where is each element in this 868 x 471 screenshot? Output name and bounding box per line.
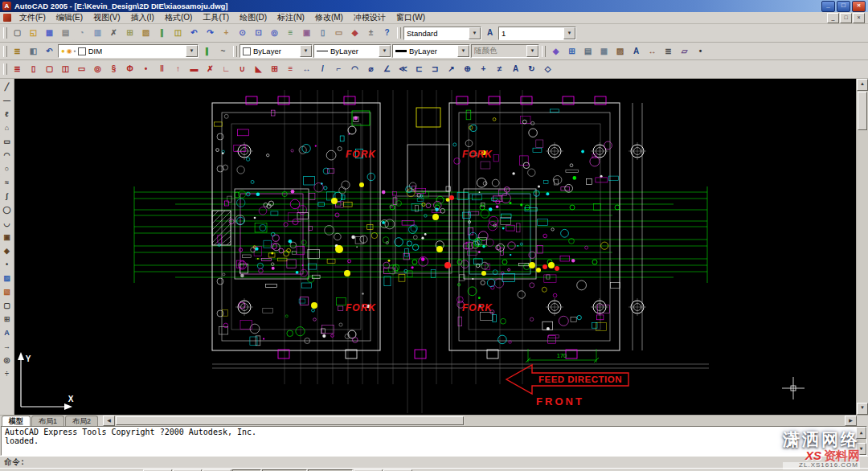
point-icon[interactable]: • <box>0 258 14 271</box>
quick-calc-icon[interactable]: ± <box>363 27 379 40</box>
doc-close-button[interactable]: × <box>853 13 865 23</box>
center-mark-icon[interactable]: + <box>476 63 491 76</box>
doc-restore-button[interactable]: □ <box>840 13 852 23</box>
region-icon[interactable]: ▢ <box>0 299 14 312</box>
window-menu[interactable]: 窗口(W) <box>391 12 430 23</box>
line-icon[interactable]: ╱ <box>0 80 14 93</box>
horizontal-scroll-thumb[interactable] <box>116 416 464 425</box>
redo-icon[interactable]: ↷ <box>203 27 218 40</box>
divide-icon[interactable]: ÷ <box>0 367 14 380</box>
list-icon[interactable]: ≣ <box>661 44 676 58</box>
chevron-down-icon[interactable]: ▼ <box>469 27 481 39</box>
mold-spring-icon[interactable]: § <box>106 63 121 76</box>
baseline-dimension-icon[interactable]: ⊏ <box>411 63 427 76</box>
chevron-down-icon[interactable]: ▼ <box>457 45 469 57</box>
aligned-dimension-icon[interactable]: / <box>315 63 330 76</box>
model-tab[interactable]: 模型 <box>2 416 31 427</box>
scroll-left-icon[interactable]: ◀ <box>103 416 115 426</box>
ordinate-dimension-icon[interactable]: ⌐ <box>331 63 346 76</box>
view-menu[interactable]: 视图(V) <box>88 12 125 23</box>
drawing-viewport[interactable]: 170FORKFORKFORKFORKFEED DIRECTIONFRONTYX <box>14 79 856 415</box>
copy-icon[interactable]: ⊞ <box>122 27 137 40</box>
linear-dimension-icon[interactable]: ↔ <box>299 63 314 76</box>
properties-icon[interactable]: ≡ <box>283 27 298 40</box>
mold-lifter-icon[interactable]: ↑ <box>170 63 186 76</box>
horizontal-scrollbar[interactable]: ◀ ▶ <box>103 416 857 426</box>
hatch-icon[interactable]: ▨ <box>0 272 14 285</box>
gradient-icon[interactable]: ▧ <box>0 285 14 298</box>
layer-states-icon[interactable]: ◧ <box>26 44 41 58</box>
polygon-icon[interactable]: ⌂ <box>0 121 14 134</box>
dimension-edit-icon[interactable]: ≠ <box>492 63 507 76</box>
insert-menu[interactable]: 插入(I) <box>125 12 158 23</box>
chevron-down-icon[interactable]: ▼ <box>186 45 198 57</box>
design-center-icon[interactable]: ▣ <box>299 27 314 40</box>
mold-bom-icon[interactable]: ≡ <box>283 63 298 76</box>
scroll-up-icon[interactable]: ▲ <box>857 79 868 91</box>
close-button[interactable]: × <box>852 1 866 12</box>
block-editor-icon[interactable]: ◫ <box>170 27 186 40</box>
tool-palettes-icon[interactable]: ▯ <box>315 27 330 40</box>
mold-strip-layout-icon[interactable]: ≣ <box>10 63 25 76</box>
mold-stripper-icon[interactable]: ▬ <box>186 63 202 76</box>
continue-dimension-icon[interactable]: ⊐ <box>428 63 443 76</box>
dimension-menu[interactable]: 标注(N) <box>272 12 309 23</box>
multiline-text-icon[interactable]: A <box>0 326 14 339</box>
mold-cutting-icon[interactable]: ✗ <box>203 63 218 76</box>
undo-icon[interactable]: ↶ <box>186 27 202 40</box>
scroll-down-icon[interactable]: ▼ <box>857 403 868 415</box>
dim-style-combo[interactable]: 1 ▼ <box>498 27 576 40</box>
paste-icon[interactable]: ▨ <box>138 27 154 40</box>
plot-preview-icon[interactable]: ◔ <box>74 27 89 40</box>
dimension-text-edit-icon[interactable]: A <box>508 63 523 76</box>
chevron-down-icon[interactable]: ▼ <box>300 45 312 57</box>
vertical-scrollbar[interactable]: ▲ ▼ <box>856 79 868 415</box>
mold-screw-icon[interactable]: Φ <box>122 63 137 76</box>
mold-bending-icon[interactable]: ∟ <box>219 63 234 76</box>
revision-cloud-icon[interactable]: ≈ <box>0 176 14 189</box>
construction-line-icon[interactable]: — <box>0 94 14 107</box>
zoom-window-icon[interactable]: ⊡ <box>251 27 266 40</box>
match-layer-icon[interactable]: ∥ <box>199 44 215 58</box>
make-block-2-icon[interactable]: ◈ <box>0 244 14 257</box>
insert-block-2-icon[interactable]: ▣ <box>0 231 14 244</box>
command-scrollbar[interactable]: ▲ ▼ <box>856 427 866 455</box>
donut-icon[interactable]: ◎ <box>0 354 14 367</box>
scroll-up-icon[interactable]: ▲ <box>856 427 866 439</box>
insert-block-icon[interactable]: ⊞ <box>564 44 579 58</box>
circle-icon[interactable]: ○ <box>0 162 14 175</box>
arc-icon[interactable]: ◠ <box>0 149 14 162</box>
mold-die-icon[interactable]: ▢ <box>42 63 57 76</box>
vertical-scroll-thumb[interactable] <box>858 92 867 130</box>
toolbar-grip[interactable] <box>3 46 7 57</box>
vertical-scroll-track[interactable] <box>857 131 868 403</box>
command-prompt-line[interactable]: 命令: <box>0 456 868 468</box>
minimize-button[interactable]: _ <box>821 1 835 12</box>
tools-menu[interactable]: 工具(T) <box>198 12 234 23</box>
layer-properties-manager-icon[interactable]: ≣ <box>10 44 25 58</box>
save-icon[interactable]: ▦ <box>42 27 57 40</box>
diameter-dimension-icon[interactable]: ⌀ <box>363 63 379 76</box>
mold-forming-icon[interactable]: ∪ <box>235 63 250 76</box>
make-block-icon[interactable]: ◈ <box>548 44 563 58</box>
quick-leader-icon[interactable]: ↗ <box>444 63 459 76</box>
zoom-realtime-icon[interactable]: ⊙ <box>235 27 250 40</box>
markup-set-manager-icon[interactable]: ◆ <box>347 27 362 40</box>
rectangle-icon[interactable]: ▭ <box>0 135 14 148</box>
draw-menu[interactable]: 绘图(D) <box>235 12 272 23</box>
polyline-icon[interactable]: ℓ <box>0 108 14 121</box>
toolbar-grip[interactable] <box>397 27 401 39</box>
mold-insert-icon[interactable]: ◫ <box>58 63 73 76</box>
ellipse-arc-icon[interactable]: ◡ <box>0 217 14 230</box>
mold-dowel-icon[interactable]: • <box>138 63 154 76</box>
sheet-set-manager-icon[interactable]: ▭ <box>331 27 346 40</box>
dimension-update-icon[interactable]: ↻ <box>524 63 539 76</box>
file-menu[interactable]: 文件(F) <box>14 12 51 23</box>
scroll-right-icon[interactable]: ▶ <box>845 416 857 426</box>
open-icon[interactable]: ◱ <box>26 27 41 40</box>
doc-minimize-button[interactable]: _ <box>827 13 839 23</box>
ray-icon[interactable]: → <box>0 340 14 353</box>
chevron-down-icon[interactable]: ▼ <box>379 45 391 57</box>
text-edit-icon[interactable]: A <box>628 44 644 58</box>
publish-icon[interactable]: ▥ <box>90 27 105 40</box>
